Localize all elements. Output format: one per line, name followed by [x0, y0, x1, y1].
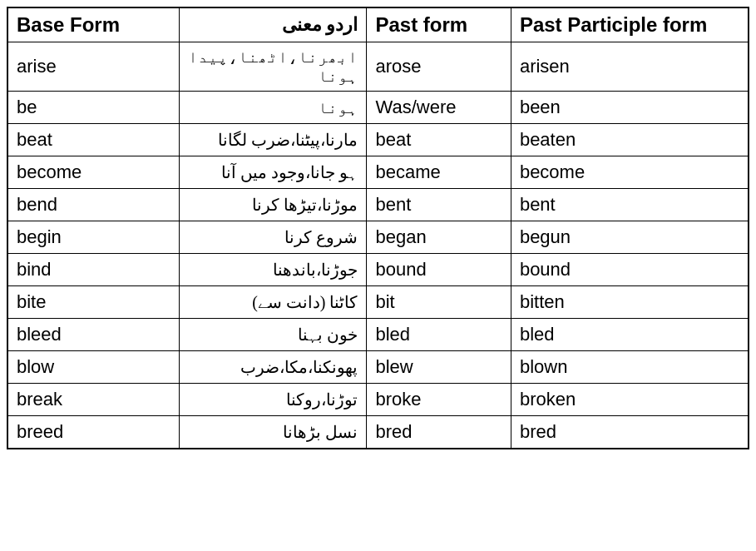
cell-past-form: bit [367, 286, 511, 319]
cell-base-form: bend [7, 189, 180, 221]
cell-past-form: bound [367, 254, 511, 286]
cell-base-form: be [7, 92, 180, 124]
cell-urdu: مارنا،پیٹنا،ضرب لگانا [180, 124, 367, 156]
cell-past-participle: begun [511, 221, 749, 254]
cell-past-form: Was/were [367, 92, 511, 124]
cell-urdu: جوڑنا،باندھنا [180, 254, 367, 286]
cell-base-form: breed [7, 416, 180, 449]
table-row: beہوناWas/werebeen [7, 92, 749, 124]
table-row: bleedخون بہناbledbled [7, 319, 749, 351]
cell-urdu: پھونکنا،مکا،ضرب [180, 351, 367, 384]
cell-base-form: bind [7, 254, 180, 286]
cell-base-form: beat [7, 124, 180, 156]
cell-past-form: bent [367, 189, 511, 221]
cell-past-participle: bled [511, 319, 749, 351]
table-row: beatمارنا،پیٹنا،ضرب لگاناbeatbeaten [7, 124, 749, 156]
cell-urdu: ابھرنا،اٹھنا،پیدا ہونا [180, 42, 367, 92]
table-row: blowپھونکنا،مکا،ضربblewblown [7, 351, 749, 384]
cell-base-form: bleed [7, 319, 180, 351]
table-row: becomeہو جانا،وجود میں آناbecamebecome [7, 156, 749, 189]
cell-past-form: bled [367, 319, 511, 351]
table-row: beginشروع کرناbeganbegun [7, 221, 749, 254]
cell-base-form: bite [7, 286, 180, 319]
cell-past-form: began [367, 221, 511, 254]
cell-past-participle: become [511, 156, 749, 189]
cell-past-participle: bred [511, 416, 749, 449]
cell-base-form: break [7, 384, 180, 416]
cell-past-form: broke [367, 384, 511, 416]
cell-urdu: ہونا [180, 92, 367, 124]
table-row: biteکاٹنا (دانت سے)bitbitten [7, 286, 749, 319]
cell-past-participle: bound [511, 254, 749, 286]
cell-base-form: arise [7, 42, 180, 92]
cell-base-form: become [7, 156, 180, 189]
header-past-form: Past form [367, 7, 511, 42]
cell-past-participle: been [511, 92, 749, 124]
cell-urdu: توڑنا،روکنا [180, 384, 367, 416]
table-row: bendموڑنا،تیڑھا کرناbentbent [7, 189, 749, 221]
table-row: bindجوڑنا،باندھناboundbound [7, 254, 749, 286]
cell-urdu: موڑنا،تیڑھا کرنا [180, 189, 367, 221]
table-row: breedنسل بڑھاناbredbred [7, 416, 749, 449]
table-row: ariseابھرنا،اٹھنا،پیدا ہوناarosearisen [7, 42, 749, 92]
cell-urdu: شروع کرنا [180, 221, 367, 254]
table-header-row: Base Form اردو معنی Past form Past Parti… [7, 7, 749, 42]
cell-urdu: ہو جانا،وجود میں آنا [180, 156, 367, 189]
cell-past-form: became [367, 156, 511, 189]
cell-past-form: blew [367, 351, 511, 384]
cell-urdu: خون بہنا [180, 319, 367, 351]
verb-forms-table: Base Form اردو معنی Past form Past Parti… [7, 7, 749, 449]
cell-past-participle: arisen [511, 42, 749, 92]
cell-base-form: blow [7, 351, 180, 384]
cell-past-form: beat [367, 124, 511, 156]
header-base-form: Base Form [7, 7, 180, 42]
header-urdu: اردو معنی [180, 7, 367, 42]
table-row: breakتوڑنا،روکناbrokebroken [7, 384, 749, 416]
cell-past-form: bred [367, 416, 511, 449]
cell-base-form: begin [7, 221, 180, 254]
cell-urdu: کاٹنا (دانت سے) [180, 286, 367, 319]
cell-past-participle: bitten [511, 286, 749, 319]
cell-past-participle: beaten [511, 124, 749, 156]
cell-urdu: نسل بڑھانا [180, 416, 367, 449]
cell-past-participle: bent [511, 189, 749, 221]
cell-past-form: arose [367, 42, 511, 92]
header-past-participle: Past Participle form [511, 7, 749, 42]
cell-past-participle: blown [511, 351, 749, 384]
cell-past-participle: broken [511, 384, 749, 416]
